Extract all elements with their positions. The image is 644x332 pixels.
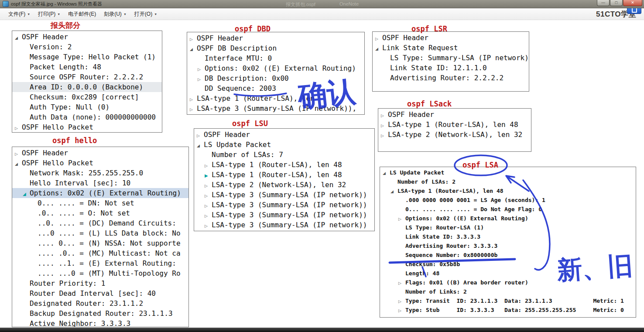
packet-tree-row: Checksum: 0xc289 [correct] <box>12 92 162 102</box>
packet-field-text: LS Type: Summary-LSA (IP network) <box>390 54 529 62</box>
packet-field-text: .000 0000 0000 0001 = LS Age (seconds): … <box>405 197 545 203</box>
packet-field-text: LSA-type 3 (Summary-LSA (IP network)) <box>212 191 367 199</box>
packet-tree-row: Checksum: 0x5b8b <box>380 260 636 269</box>
chevron-down-icon: ▼ <box>123 13 127 16</box>
packet-tree-row: ▷LSA-type 1 (Router-LSA), len 48 <box>378 120 531 130</box>
expanded-expander-icon: ◢ <box>190 44 197 55</box>
chevron-down-icon: ▼ <box>154 13 157 16</box>
packet-field-text: Area ID: 0.0.0.0 (Backbone) <box>30 83 143 91</box>
window-controls: — □ ✕ <box>597 0 642 6</box>
packet-field-text: Type: Stub ID: 3.3.3.3 Data: 255.255.255… <box>405 307 624 313</box>
chevron-down-icon: ▼ <box>57 13 60 16</box>
packet-tree-row: ◢OSPF Header <box>12 32 162 42</box>
packet-field-text: Length: 48 <box>405 270 439 277</box>
packet-field-text: .0.. .... = O: Not set <box>38 209 130 217</box>
minimize-button[interactable]: — <box>597 0 610 6</box>
packet-field-text: Link State Request <box>382 44 458 52</box>
packet-tree-row: ◢LS Update Packet <box>380 168 636 177</box>
packet-tree-row: ▷Flags: 0x01 ((B) Area border router) <box>380 278 636 287</box>
selected-expander-icon: ◢ <box>23 189 30 199</box>
ospf-hello-panel: ▷OSPF Header◢OSPF Hello PacketNetwork Ma… <box>12 147 189 327</box>
packet-field-text: Auth Data (none): 000000000000 <box>30 113 156 121</box>
packet-field-text: DD Sequence: 2003 <box>205 84 276 92</box>
menu-label: 电子邮件(E) <box>68 10 96 18</box>
packet-field-text: LSA-type 3 (Summary-LSA (IP network)), <box>197 104 356 113</box>
menu-print[interactable]: 打印(P) ▼ <box>34 9 64 19</box>
background-window-title: OneNote <box>339 1 359 7</box>
packet-tree-row: .... 0... = (N) NSSA: Not supporte <box>12 238 188 248</box>
packet-tree-row: Number of LSAs: 7 <box>194 150 374 160</box>
packet-field-text: OSPF Header <box>197 34 243 42</box>
packet-field-text: .... 0... = (N) NSSA: Not supporte <box>38 239 181 247</box>
packet-field-text: 0... .... .... .... = Do Not Age Flag: 0 <box>405 206 542 212</box>
menu-file[interactable]: 文件(F) ▼ <box>4 9 34 19</box>
close-button[interactable]: ✕ <box>623 0 642 6</box>
packet-field-text: DB Description: 0x00 <box>205 74 289 82</box>
packet-field-text: LS Update Packet <box>204 140 271 149</box>
packet-field-text: Options: 0x02 ((E) External Routing) <box>205 64 356 72</box>
expanded-expander-icon: ◢ <box>383 169 390 178</box>
packet-field-text: .... ..1. = (E) External Routing: <box>38 259 181 267</box>
packet-tree-row: Packet Length: 48 <box>12 62 162 72</box>
packet-tree-row: ◢LS Update Packet <box>194 140 374 150</box>
packet-field-text: LS Type: Router-LSA (1) <box>405 224 484 231</box>
menu-label: 文件(F) <box>8 10 25 18</box>
collapsed-expander-icon: ▷ <box>15 123 22 133</box>
packet-field-text: LSA-type 1 (Router-LSA), len 48 <box>212 171 342 179</box>
packet-tree-row: ▷OSPF Hello Packet <box>12 122 162 132</box>
packet-tree-row: ▷OSPF Header <box>12 148 188 158</box>
packet-tree-row: Sequence Number: 0x8000000b <box>380 250 636 260</box>
packet-field-text: Source OSPF Router: 2.2.2.2 <box>30 73 143 81</box>
menu-label: 刻录(U) <box>104 10 122 18</box>
expanded-expander-icon: ◢ <box>15 159 22 169</box>
packet-tree-row: ▷LSA-type 1 (Router-LSA), len <box>187 93 364 103</box>
collapsed-expander-icon: ▷ <box>398 279 405 288</box>
packet-tree-row: 0... .... .... .... = Do Not Age Flag: 0 <box>380 205 636 214</box>
packet-field-text: OSPF Header <box>22 33 68 41</box>
chevron-down-icon: ▼ <box>27 13 30 16</box>
maximize-button[interactable]: □ <box>610 0 623 6</box>
packet-tree-row: ...0 .... = (L) LLS Data block: No <box>12 228 188 238</box>
packet-field-text: LSA-type 1 (Router-LSA), len 48 <box>388 120 518 129</box>
packet-tree-row: Number of LSAs: 2 <box>380 177 636 186</box>
packet-tree-row: ▷LSA-type 2 (Network-LSA), len 32 <box>378 130 531 140</box>
packet-tree-row: ▷DB Description: 0x00 <box>187 73 364 83</box>
packet-field-text: OSPF Hello Packet <box>22 123 93 131</box>
selected-expander-icon: ▶ <box>205 171 212 181</box>
title-bar: ospf 报文全家福.jpg - Windows 照片查看器 报文抓包.ospf… <box>0 0 644 8</box>
packet-tree-row: LS Type: Router-LSA (1) <box>380 223 636 232</box>
packet-field-text: Checksum: 0xc289 [correct] <box>30 93 139 101</box>
photo-viewer-window: ospf 报文全家福.jpg - Windows 照片查看器 报文抓包.ospf… <box>0 0 644 332</box>
packet-tree-row: Advertising Router: 2.2.2.2 <box>373 73 529 83</box>
packet-field-text: Number of LSAs: 2 <box>397 178 456 185</box>
packet-field-text: Number of LSAs: 7 <box>212 151 283 159</box>
packet-tree-row: .... .0.. = (MC) Multicast: Not ca <box>12 248 188 258</box>
packet-field-text: OSPF Header <box>22 149 68 157</box>
packet-field-text: Checksum: 0x5b8b <box>405 261 460 267</box>
packet-tree-row: ▶LSA-type 1 (Router-LSA), len 48 <box>194 170 374 180</box>
packet-tree-row: .0.. .... = O: Not set <box>12 208 188 218</box>
packet-tree-row: .... ..1. = (E) External Routing: <box>12 258 188 268</box>
menu-burn[interactable]: 刻录(U) ▼ <box>100 9 130 19</box>
packet-tree-row: ▷OSPF Header <box>378 110 531 120</box>
label-ospf-lsr: ospf LSR <box>411 24 447 33</box>
menu-open[interactable]: 打开(O) ▼ <box>130 9 161 19</box>
collapsed-expander-icon: ▷ <box>398 297 405 306</box>
packet-tree-row: ▷OSPF Header <box>194 130 374 140</box>
packet-tree-row: 0... .... = DN: Not set <box>12 198 188 208</box>
packet-field-text: Router Dead Interval [sec]: 40 <box>30 289 156 298</box>
packet-tree-row: DD Sequence: 2003 <box>187 83 364 93</box>
collapsed-expander-icon: ▷ <box>205 221 212 231</box>
packet-tree-row: ◢OSPF Hello Packet <box>12 158 188 168</box>
expanded-expander-icon: ◢ <box>197 141 204 151</box>
packet-field-text: Link State ID: 3.3.3.3 <box>405 233 480 240</box>
packet-tree-row: ..0. .... = (DC) Demand Circuits: <box>12 218 188 228</box>
packet-tree-row: ▷LSA-type 2 (Network-LSA), len 32 <box>194 180 374 190</box>
packet-tree-row: Router Priority: 1 <box>12 278 188 288</box>
packet-tree-row: ▷Options: 0x02 ((E) External Routing) <box>187 63 364 73</box>
collapsed-expander-icon: ▷ <box>398 215 405 224</box>
packet-tree-row: LS Type: Summary-LSA (IP network) <box>373 53 529 63</box>
packet-field-text: Flags: 0x01 ((B) Area border router) <box>405 279 528 286</box>
label-ospf-lsu: ospf LSU <box>232 119 268 128</box>
menu-email[interactable]: 电子邮件(E) <box>64 9 100 19</box>
